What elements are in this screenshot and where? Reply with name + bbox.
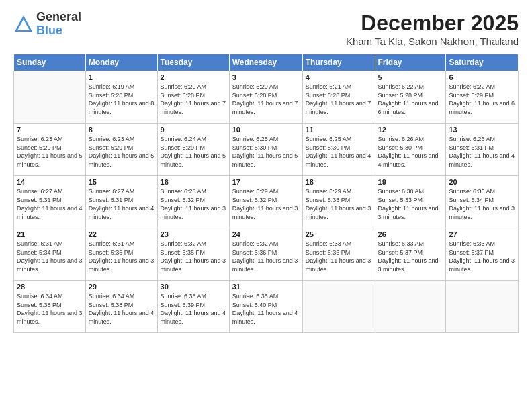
day-number: 11	[306, 126, 372, 134]
calendar-week-row: 21Sunrise: 6:31 AM Sunset: 5:34 PM Dayli…	[14, 228, 519, 281]
col-friday: Friday	[375, 54, 446, 71]
day-number: 9	[161, 126, 226, 134]
calendar-cell	[375, 281, 446, 333]
calendar-cell: 28Sunrise: 6:34 AM Sunset: 5:38 PM Dayli…	[14, 281, 86, 333]
day-info: Sunrise: 6:27 AM Sunset: 5:31 PM Dayligh…	[17, 187, 83, 221]
calendar-cell: 4Sunrise: 6:21 AM Sunset: 5:28 PM Daylig…	[302, 71, 375, 124]
day-info: Sunrise: 6:31 AM Sunset: 5:35 PM Dayligh…	[89, 240, 154, 273]
calendar-cell	[14, 71, 86, 124]
calendar-cell	[302, 281, 375, 333]
calendar-cell: 20Sunrise: 6:30 AM Sunset: 5:34 PM Dayli…	[446, 176, 519, 228]
calendar-week-row: 7Sunrise: 6:23 AM Sunset: 5:29 PM Daylig…	[14, 124, 519, 176]
day-number: 20	[449, 178, 515, 186]
day-number: 14	[17, 178, 83, 186]
calendar-cell: 23Sunrise: 6:32 AM Sunset: 5:35 PM Dayli…	[157, 228, 229, 281]
col-tuesday: Tuesday	[157, 54, 229, 71]
calendar-cell: 21Sunrise: 6:31 AM Sunset: 5:34 PM Dayli…	[14, 228, 86, 281]
calendar-cell: 24Sunrise: 6:32 AM Sunset: 5:36 PM Dayli…	[229, 228, 302, 281]
day-number: 16	[161, 178, 226, 186]
day-info: Sunrise: 6:20 AM Sunset: 5:28 PM Dayligh…	[161, 83, 226, 116]
day-info: Sunrise: 6:33 AM Sunset: 5:36 PM Dayligh…	[306, 240, 372, 273]
day-number: 5	[378, 73, 443, 81]
day-info: Sunrise: 6:21 AM Sunset: 5:28 PM Dayligh…	[306, 83, 372, 116]
calendar-cell: 12Sunrise: 6:26 AM Sunset: 5:30 PM Dayli…	[375, 124, 446, 176]
logo-text: General Blue	[36, 11, 81, 38]
day-info: Sunrise: 6:32 AM Sunset: 5:35 PM Dayligh…	[161, 240, 226, 273]
day-number: 2	[161, 73, 226, 81]
calendar-cell: 6Sunrise: 6:22 AM Sunset: 5:29 PM Daylig…	[446, 71, 519, 124]
calendar-cell	[446, 281, 519, 333]
calendar-cell: 30Sunrise: 6:35 AM Sunset: 5:39 PM Dayli…	[157, 281, 229, 333]
calendar-cell: 8Sunrise: 6:23 AM Sunset: 5:29 PM Daylig…	[85, 124, 157, 176]
day-info: Sunrise: 6:28 AM Sunset: 5:32 PM Dayligh…	[161, 187, 226, 221]
logo-general-text: General	[36, 11, 81, 24]
day-number: 22	[89, 230, 154, 238]
calendar-cell: 17Sunrise: 6:29 AM Sunset: 5:32 PM Dayli…	[229, 176, 302, 228]
calendar-table: Sunday Monday Tuesday Wednesday Thursday…	[13, 54, 519, 333]
day-info: Sunrise: 6:26 AM Sunset: 5:30 PM Dayligh…	[378, 135, 443, 169]
calendar-cell: 18Sunrise: 6:29 AM Sunset: 5:33 PM Dayli…	[302, 176, 375, 228]
day-info: Sunrise: 6:31 AM Sunset: 5:34 PM Dayligh…	[17, 240, 83, 273]
day-number: 10	[232, 126, 300, 134]
location-title: Kham Ta Kla, Sakon Nakhon, Thailand	[346, 36, 519, 47]
day-info: Sunrise: 6:30 AM Sunset: 5:34 PM Dayligh…	[449, 187, 515, 221]
calendar-cell: 27Sunrise: 6:33 AM Sunset: 5:37 PM Dayli…	[446, 228, 519, 281]
day-info: Sunrise: 6:26 AM Sunset: 5:31 PM Dayligh…	[449, 135, 515, 169]
day-number: 15	[89, 178, 154, 186]
calendar-cell: 25Sunrise: 6:33 AM Sunset: 5:36 PM Dayli…	[302, 228, 375, 281]
calendar-week-row: 1Sunrise: 6:19 AM Sunset: 5:28 PM Daylig…	[14, 71, 519, 124]
day-number: 6	[449, 73, 515, 81]
day-number: 8	[89, 126, 154, 134]
header: General Blue December 2025 Kham Ta Kla, …	[13, 11, 519, 47]
day-number: 26	[378, 230, 443, 238]
day-info: Sunrise: 6:20 AM Sunset: 5:28 PM Dayligh…	[232, 83, 300, 116]
day-number: 13	[449, 126, 515, 134]
calendar-cell: 10Sunrise: 6:25 AM Sunset: 5:30 PM Dayli…	[229, 124, 302, 176]
calendar-cell: 19Sunrise: 6:30 AM Sunset: 5:33 PM Dayli…	[375, 176, 446, 228]
calendar-cell: 26Sunrise: 6:33 AM Sunset: 5:37 PM Dayli…	[375, 228, 446, 281]
day-info: Sunrise: 6:35 AM Sunset: 5:40 PM Dayligh…	[232, 292, 300, 326]
day-info: Sunrise: 6:23 AM Sunset: 5:29 PM Dayligh…	[17, 135, 83, 169]
day-info: Sunrise: 6:34 AM Sunset: 5:38 PM Dayligh…	[89, 292, 154, 326]
calendar-cell: 11Sunrise: 6:25 AM Sunset: 5:30 PM Dayli…	[302, 124, 375, 176]
calendar-cell: 14Sunrise: 6:27 AM Sunset: 5:31 PM Dayli…	[14, 176, 86, 228]
calendar-cell: 3Sunrise: 6:20 AM Sunset: 5:28 PM Daylig…	[229, 71, 302, 124]
day-info: Sunrise: 6:27 AM Sunset: 5:31 PM Dayligh…	[89, 187, 154, 221]
day-info: Sunrise: 6:32 AM Sunset: 5:36 PM Dayligh…	[232, 240, 300, 273]
logo-blue-text: Blue	[36, 24, 81, 38]
calendar-cell: 29Sunrise: 6:34 AM Sunset: 5:38 PM Dayli…	[85, 281, 157, 333]
calendar-cell: 2Sunrise: 6:20 AM Sunset: 5:28 PM Daylig…	[157, 71, 229, 124]
day-number: 25	[306, 230, 372, 238]
day-info: Sunrise: 6:25 AM Sunset: 5:30 PM Dayligh…	[232, 135, 300, 169]
day-number: 30	[161, 283, 226, 291]
day-info: Sunrise: 6:35 AM Sunset: 5:39 PM Dayligh…	[161, 292, 226, 326]
day-info: Sunrise: 6:19 AM Sunset: 5:28 PM Dayligh…	[89, 83, 154, 116]
logo: General Blue	[13, 11, 81, 38]
day-number: 21	[17, 230, 83, 238]
page: General Blue December 2025 Kham Ta Kla, …	[0, 0, 532, 411]
day-info: Sunrise: 6:24 AM Sunset: 5:29 PM Dayligh…	[161, 135, 226, 169]
calendar-cell: 9Sunrise: 6:24 AM Sunset: 5:29 PM Daylig…	[157, 124, 229, 176]
day-info: Sunrise: 6:33 AM Sunset: 5:37 PM Dayligh…	[449, 240, 515, 273]
day-number: 4	[306, 73, 372, 81]
col-saturday: Saturday	[446, 54, 519, 71]
day-number: 27	[449, 230, 515, 238]
day-number: 17	[232, 178, 300, 186]
calendar-cell: 5Sunrise: 6:22 AM Sunset: 5:28 PM Daylig…	[375, 71, 446, 124]
day-info: Sunrise: 6:22 AM Sunset: 5:28 PM Dayligh…	[378, 83, 443, 116]
col-sunday: Sunday	[14, 54, 86, 71]
day-info: Sunrise: 6:29 AM Sunset: 5:33 PM Dayligh…	[306, 187, 372, 221]
day-number: 28	[17, 283, 83, 291]
day-info: Sunrise: 6:23 AM Sunset: 5:29 PM Dayligh…	[89, 135, 154, 169]
day-info: Sunrise: 6:29 AM Sunset: 5:32 PM Dayligh…	[232, 187, 300, 221]
calendar-cell: 13Sunrise: 6:26 AM Sunset: 5:31 PM Dayli…	[446, 124, 519, 176]
month-title: December 2025	[346, 11, 519, 36]
calendar-cell: 16Sunrise: 6:28 AM Sunset: 5:32 PM Dayli…	[157, 176, 229, 228]
calendar-cell: 1Sunrise: 6:19 AM Sunset: 5:28 PM Daylig…	[85, 71, 157, 124]
day-info: Sunrise: 6:33 AM Sunset: 5:37 PM Dayligh…	[378, 240, 443, 273]
calendar-cell: 22Sunrise: 6:31 AM Sunset: 5:35 PM Dayli…	[85, 228, 157, 281]
day-number: 23	[161, 230, 226, 238]
calendar-week-row: 14Sunrise: 6:27 AM Sunset: 5:31 PM Dayli…	[14, 176, 519, 228]
day-number: 24	[232, 230, 300, 238]
day-number: 7	[17, 126, 83, 134]
